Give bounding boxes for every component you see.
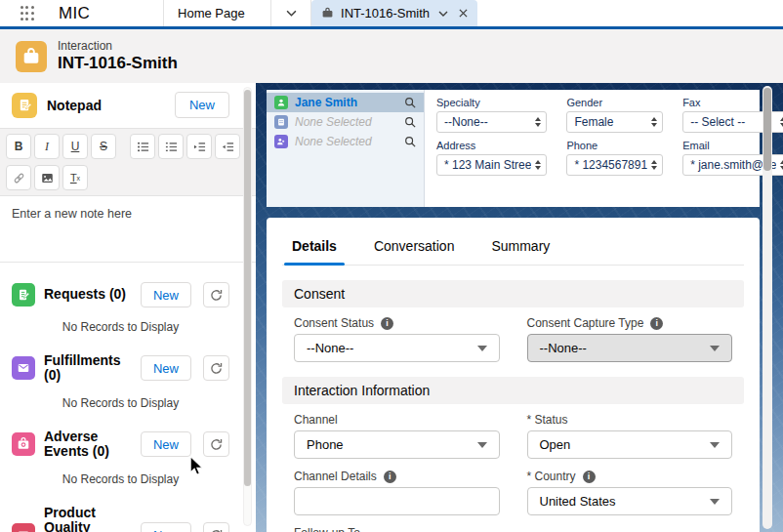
people-icon xyxy=(274,135,288,148)
image-icon xyxy=(41,172,54,184)
strikethrough-button[interactable]: S xyxy=(91,134,116,159)
chevron-down-icon xyxy=(477,346,487,356)
tab-details[interactable]: Details xyxy=(292,238,337,265)
channel-label: Channel xyxy=(294,413,338,427)
sidebar: Notepad New B I U S xyxy=(0,83,256,532)
field-consent-status: Consent Status i --None-- xyxy=(294,316,500,362)
italic-button[interactable]: I xyxy=(34,134,60,159)
chevron-down-icon xyxy=(710,346,720,356)
adverse-events-title: Adverse Events (0) xyxy=(44,430,132,460)
person-row-account[interactable]: None Selected xyxy=(267,112,424,132)
search-icon[interactable] xyxy=(404,136,416,147)
bold-button[interactable]: B xyxy=(6,134,31,159)
fulfillments-new-button[interactable]: New xyxy=(141,355,191,381)
info-icon[interactable]: i xyxy=(650,317,663,330)
field-consent-capture-type: Consent Capture Type i --None-- xyxy=(527,316,733,362)
record-tab-dropdown-button[interactable] xyxy=(438,11,448,17)
specialty-select[interactable]: --None-- xyxy=(436,111,547,133)
clear-format-button[interactable]: Tx xyxy=(62,165,88,190)
main-scrollbar-thumb[interactable] xyxy=(763,88,771,171)
underline-button[interactable]: U xyxy=(62,134,88,159)
consent-capture-type-select: --None-- xyxy=(527,334,733,362)
consent-capture-type-label: Consent Capture Type xyxy=(527,316,644,330)
outdent-button[interactable] xyxy=(215,134,240,159)
main-scrollbar[interactable] xyxy=(762,86,772,529)
close-icon xyxy=(459,9,468,18)
product-quality-complaints-new-button[interactable]: New xyxy=(141,522,191,532)
channel-details-label: Channel Details xyxy=(294,470,377,483)
details-card: Details Conversation Summary Consent Con… xyxy=(267,218,760,532)
chevron-down-icon xyxy=(438,11,448,17)
related-list-requests: Requests (0) New No Records to Display xyxy=(0,282,256,334)
refresh-icon xyxy=(210,362,223,375)
product-quality-complaints-refresh-button[interactable] xyxy=(203,522,229,532)
status-select[interactable]: Open xyxy=(527,430,733,459)
notepad-title: Notepad xyxy=(47,98,165,113)
phone-label: Phone xyxy=(566,140,663,151)
related-list-product-quality-complaints: Product Quality Complaints (0) New xyxy=(0,506,256,532)
object-label: Interaction xyxy=(58,39,178,53)
person-fields-panel: Specialty --None-- Gender Female xyxy=(425,90,783,207)
outdent-icon xyxy=(222,141,234,153)
chevron-down-icon xyxy=(710,499,720,510)
notepad-icon xyxy=(12,93,37,118)
requests-refresh-button[interactable] xyxy=(203,282,229,307)
insert-link-button[interactable] xyxy=(6,165,31,190)
info-icon[interactable]: i xyxy=(384,471,396,483)
field-phone: Phone * 1234567891 xyxy=(566,140,663,176)
consent-status-select[interactable]: --None-- xyxy=(294,334,500,362)
person-name-link[interactable]: Jane Smith xyxy=(295,96,397,109)
tab-record-int-1016-smith[interactable]: INT-1016-Smith xyxy=(311,0,477,26)
field-channel-details: Channel Details i xyxy=(294,470,500,515)
home-tab-dropdown-button[interactable] xyxy=(270,0,311,26)
tab-home-page[interactable]: Home Page xyxy=(163,0,270,26)
field-channel: Channel Phone xyxy=(294,413,500,459)
related-list-fulfillments: Fulfillments (0) New No Records to Displ… xyxy=(0,353,256,410)
record-meta: Interaction INT-1016-Smith xyxy=(58,39,178,73)
adverse-events-refresh-button[interactable] xyxy=(203,431,229,457)
gender-select[interactable]: Female xyxy=(566,111,663,133)
search-icon[interactable] xyxy=(404,97,416,108)
channel-select[interactable]: Phone xyxy=(294,430,500,459)
account-icon xyxy=(274,115,288,129)
country-select[interactable]: United States xyxy=(527,487,733,515)
field-status: * Status Open xyxy=(527,413,733,459)
channel-details-input[interactable] xyxy=(294,487,500,515)
product-quality-complaints-title: Product Quality Complaints (0) xyxy=(44,506,132,532)
info-icon[interactable]: i xyxy=(583,471,596,483)
sidebar-scrollbar-thumb[interactable] xyxy=(244,90,251,486)
gender-label: Gender xyxy=(566,97,663,108)
consent-status-label: Consent Status xyxy=(294,316,374,330)
sidebar-scrollbar[interactable] xyxy=(243,87,252,526)
search-icon[interactable] xyxy=(404,116,416,128)
phone-select[interactable]: * 1234567891 xyxy=(566,154,663,176)
insert-image-button[interactable] xyxy=(34,165,60,190)
adverse-events-empty-state: No Records to Display xyxy=(0,472,256,486)
tab-summary[interactable]: Summary xyxy=(491,238,550,265)
numbered-list-button[interactable] xyxy=(158,134,184,159)
bullet-list-button[interactable] xyxy=(130,134,155,159)
status-label: * Status xyxy=(527,413,568,427)
note-input[interactable]: Enter a new note here xyxy=(0,196,256,263)
address-select[interactable]: * 123 Main Stree xyxy=(436,154,547,176)
waffle-grid-icon xyxy=(21,6,35,20)
stepper-icon xyxy=(651,160,657,170)
person-row-secondary[interactable]: None Selected xyxy=(267,132,424,151)
adverse-events-new-button[interactable]: New xyxy=(141,431,191,457)
indent-icon xyxy=(193,141,206,153)
product-quality-complaints-icon xyxy=(12,523,35,532)
notepad-new-button[interactable]: New xyxy=(175,92,229,118)
bullet-list-icon xyxy=(137,141,149,153)
tab-conversation[interactable]: Conversation xyxy=(374,238,455,265)
requests-new-button[interactable]: New xyxy=(141,282,191,307)
followup-to-label: Follow-up To xyxy=(294,526,360,532)
stepper-icon xyxy=(535,160,541,170)
app-launcher-icon[interactable] xyxy=(14,0,41,26)
fulfillments-refresh-button[interactable] xyxy=(203,355,229,381)
info-icon[interactable]: i xyxy=(381,317,393,330)
app-window: MIC Home Page INT-1016-Smith Interaction… xyxy=(0,0,783,532)
indent-button[interactable] xyxy=(186,134,212,159)
field-followup-to: Follow-up To xyxy=(294,526,500,532)
close-tab-button[interactable] xyxy=(459,9,468,18)
person-row-jane-smith[interactable]: Jane Smith xyxy=(267,93,424,112)
